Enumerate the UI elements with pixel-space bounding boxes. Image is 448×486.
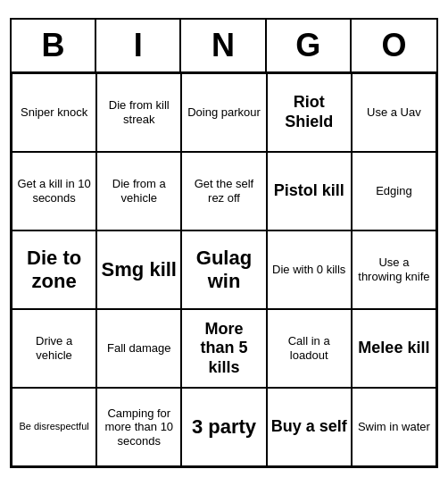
bingo-cell-0[interactable]: Sniper knock (12, 73, 96, 152)
bingo-cell-24[interactable]: Swim in water (352, 388, 436, 466)
bingo-cell-8[interactable]: Pistol kill (267, 152, 352, 230)
bingo-cell-text-24: Swim in water (358, 420, 430, 434)
bingo-cell-text-3: Riot Shield (271, 93, 347, 131)
bingo-cell-text-11: Smg kill (102, 258, 177, 281)
bingo-cell-5[interactable]: Get a kill in 10 seconds (12, 152, 96, 230)
bingo-letter-o: O (352, 20, 436, 71)
bingo-cell-text-20: Be disrespectful (19, 421, 88, 432)
bingo-cell-3[interactable]: Riot Shield (267, 73, 352, 152)
bingo-cell-2[interactable]: Doing parkour (181, 73, 266, 152)
bingo-cell-text-22: 3 party (192, 415, 256, 439)
bingo-letter-b: B (12, 20, 96, 71)
bingo-cell-text-14: Use a throwing knife (356, 256, 432, 283)
bingo-cell-text-23: Buy a self (271, 417, 347, 437)
bingo-cell-text-1: Die from kill streak (101, 98, 177, 126)
bingo-cell-text-18: Call in a loadout (271, 334, 347, 362)
bingo-cell-19[interactable]: Melee kill (352, 309, 436, 388)
bingo-cell-text-5: Get a kill in 10 seconds (16, 177, 92, 205)
bingo-cell-10[interactable]: Die to zone (12, 230, 96, 309)
bingo-cell-text-21: Camping for more than 10 seconds (101, 406, 177, 448)
bingo-cell-text-15: Drive a vehicle (16, 334, 92, 362)
bingo-cell-4[interactable]: Use a Uav (352, 73, 436, 152)
bingo-cell-text-6: Die from a vehicle (101, 177, 177, 205)
bingo-cell-17[interactable]: More than 5 kills (181, 309, 266, 388)
bingo-cell-22[interactable]: 3 party (181, 388, 266, 466)
bingo-cell-text-2: Doing parkour (187, 105, 261, 120)
bingo-cell-14[interactable]: Use a throwing knife (352, 230, 436, 309)
bingo-cell-6[interactable]: Die from a vehicle (96, 152, 181, 230)
bingo-header: BINGO (12, 20, 436, 73)
bingo-cell-text-0: Sniper knock (21, 105, 87, 120)
bingo-cell-text-19: Melee kill (358, 339, 429, 358)
bingo-cell-13[interactable]: Die with 0 kills (267, 230, 352, 309)
bingo-cell-text-10: Die to zone (16, 247, 92, 294)
bingo-cell-text-13: Die with 0 kills (272, 263, 345, 277)
bingo-cell-7[interactable]: Get the self rez off (181, 152, 266, 230)
bingo-cell-text-12: Gulag win (186, 247, 261, 294)
bingo-cell-text-4: Use a Uav (367, 105, 421, 120)
bingo-cell-11[interactable]: Smg kill (96, 230, 181, 309)
bingo-cell-9[interactable]: Edging (352, 152, 436, 230)
bingo-cell-16[interactable]: Fall damage (96, 309, 181, 388)
bingo-cell-23[interactable]: Buy a self (267, 388, 352, 466)
bingo-cell-text-16: Fall damage (107, 341, 171, 356)
bingo-cell-text-17: More than 5 kills (186, 320, 261, 378)
bingo-letter-n: N (181, 20, 266, 71)
bingo-cell-text-7: Get the self rez off (186, 177, 261, 205)
bingo-cell-12[interactable]: Gulag win (181, 230, 266, 309)
bingo-cell-18[interactable]: Call in a loadout (267, 309, 352, 388)
bingo-cell-text-9: Edging (376, 184, 411, 198)
bingo-cell-1[interactable]: Die from kill streak (96, 73, 181, 152)
bingo-letter-g: G (267, 20, 352, 71)
bingo-cell-21[interactable]: Camping for more than 10 seconds (96, 388, 181, 466)
bingo-cell-20[interactable]: Be disrespectful (12, 388, 96, 466)
bingo-grid: Sniper knockDie from kill streakDoing pa… (12, 73, 436, 466)
bingo-letter-i: I (96, 20, 181, 71)
bingo-cell-15[interactable]: Drive a vehicle (12, 309, 96, 388)
bingo-card: BINGO Sniper knockDie from kill streakDo… (10, 18, 438, 468)
bingo-cell-text-8: Pistol kill (274, 181, 344, 201)
